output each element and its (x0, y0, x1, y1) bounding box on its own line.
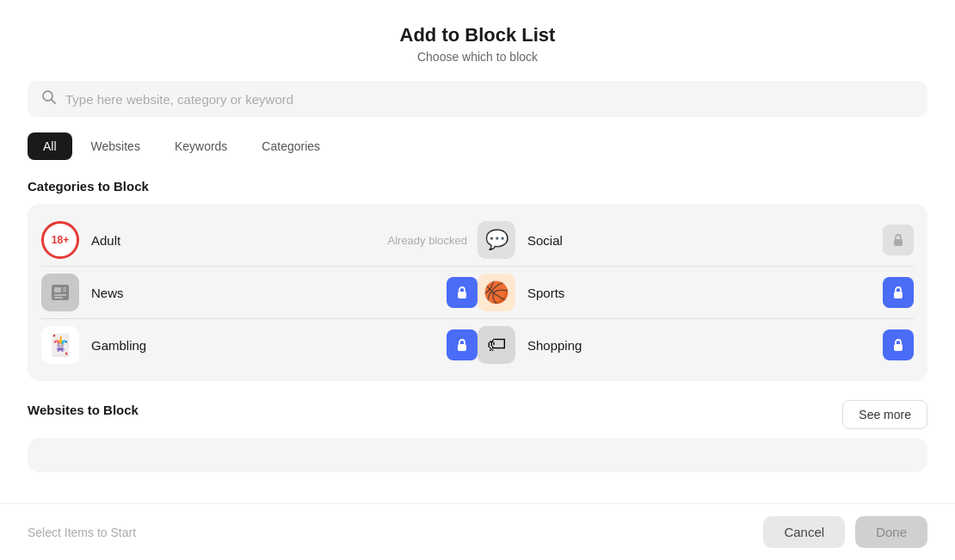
news-label: News (91, 286, 124, 300)
svg-rect-8 (458, 292, 466, 298)
gambling-icon: 🃏 (41, 326, 79, 364)
select-items-text: Select Items to Start (28, 526, 136, 539)
categories-section-title: Categories to Block (28, 179, 927, 194)
category-item-sports: 🏀 Sports (478, 267, 914, 318)
left-column: 18 + Adult Already blocked (41, 214, 478, 371)
main-content: Add to Block List Choose which to block … (0, 0, 955, 503)
news-lock-button[interactable] (447, 277, 478, 308)
page-title: Add to Block List (28, 24, 927, 46)
category-item-gambling: 🃏 Gambling (41, 319, 478, 371)
websites-header: Websites to Block See more (28, 400, 927, 429)
see-more-button[interactable]: See more (842, 400, 927, 429)
footer: Select Items to Start Cancel Done (0, 503, 955, 560)
social-label: Social (527, 233, 563, 248)
page-subtitle: Choose which to block (28, 50, 927, 64)
adult-icon: 18 + (41, 221, 79, 259)
sports-lock-button[interactable] (883, 277, 914, 308)
social-lock-button[interactable] (883, 225, 914, 255)
tab-keywords[interactable]: Keywords (159, 132, 243, 160)
category-item-shopping: 🏷 Shopping (478, 319, 914, 371)
sports-label: Sports (527, 286, 564, 300)
cancel-button[interactable]: Cancel (763, 516, 845, 548)
category-item-adult: 18 + Adult Already blocked (41, 214, 478, 266)
category-item-social: 💬 Social (478, 214, 914, 266)
search-bar (28, 81, 927, 117)
social-icon: 💬 (478, 221, 515, 259)
svg-rect-7 (63, 290, 66, 292)
search-icon (41, 89, 57, 108)
gambling-lock-button[interactable] (447, 329, 478, 360)
done-button[interactable]: Done (855, 516, 927, 548)
svg-rect-3 (54, 287, 61, 292)
svg-line-1 (52, 100, 56, 104)
tab-websites[interactable]: Websites (76, 132, 156, 160)
categories-grid: 18 + Adult Already blocked (28, 204, 927, 381)
shopping-icon: 🏷 (478, 326, 515, 364)
svg-rect-9 (458, 344, 466, 351)
header: Add to Block List Choose which to block (28, 24, 927, 64)
shopping-label: Shopping (527, 338, 582, 353)
footer-buttons: Cancel Done (763, 516, 927, 548)
svg-rect-12 (894, 344, 903, 351)
websites-placeholder (28, 438, 927, 472)
already-blocked-text: Already blocked (388, 234, 468, 247)
news-icon (41, 274, 79, 311)
gambling-label: Gambling (91, 338, 146, 353)
right-column: 💬 Social (478, 214, 914, 371)
tabs-bar: All Websites Keywords Categories (28, 132, 927, 160)
category-item-news: News (41, 267, 478, 318)
adult-label: Adult (91, 233, 120, 248)
svg-rect-5 (54, 297, 63, 298)
page-container: Add to Block List Choose which to block … (0, 0, 955, 560)
tab-categories[interactable]: Categories (246, 132, 336, 160)
shopping-lock-button[interactable] (883, 329, 914, 360)
svg-rect-4 (54, 294, 66, 296)
sports-icon: 🏀 (478, 274, 515, 311)
tab-all[interactable]: All (28, 132, 72, 160)
search-input[interactable] (65, 92, 914, 107)
svg-rect-6 (63, 287, 66, 289)
svg-rect-10 (894, 239, 903, 246)
categories-two-col: 18 + Adult Already blocked (41, 214, 914, 371)
svg-rect-11 (894, 292, 903, 298)
websites-section-title: Websites to Block (28, 403, 139, 417)
